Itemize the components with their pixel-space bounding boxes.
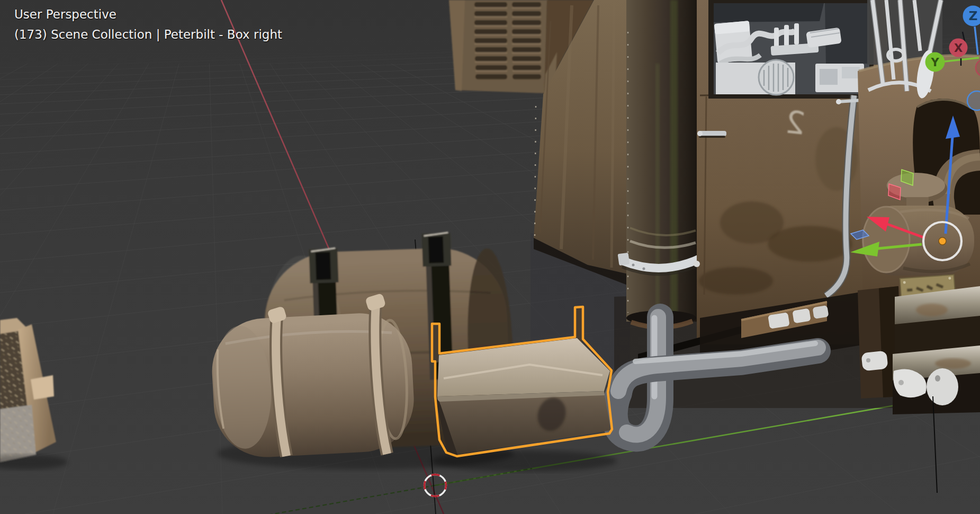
plate-box-step: [31, 375, 54, 400]
exhaust-stack[interactable]: [618, 0, 702, 327]
nav-y-ball[interactable]: Y: [925, 52, 945, 72]
svg-text:Y: Y: [930, 56, 939, 69]
louver-panel[interactable]: [449, 0, 548, 93]
svg-text:X: X: [954, 42, 963, 55]
svg-text:Z: Z: [969, 9, 978, 23]
door-number: 2: [784, 104, 807, 141]
blender-3d-viewport[interactable]: 2: [0, 0, 980, 514]
cab-window: [708, 0, 874, 99]
cab-bolt: [694, 261, 700, 267]
viewport-canvas[interactable]: 2: [0, 0, 980, 514]
nav-x-ball[interactable]: X: [949, 39, 968, 57]
object-origin-dot: [939, 237, 946, 245]
nav-z-negative-ball[interactable]: [967, 91, 980, 110]
door-handle: [697, 131, 726, 138]
box-prong-right: [576, 307, 582, 342]
box-prong-left: [433, 324, 439, 362]
plate-box-lower-texture: [0, 405, 36, 462]
